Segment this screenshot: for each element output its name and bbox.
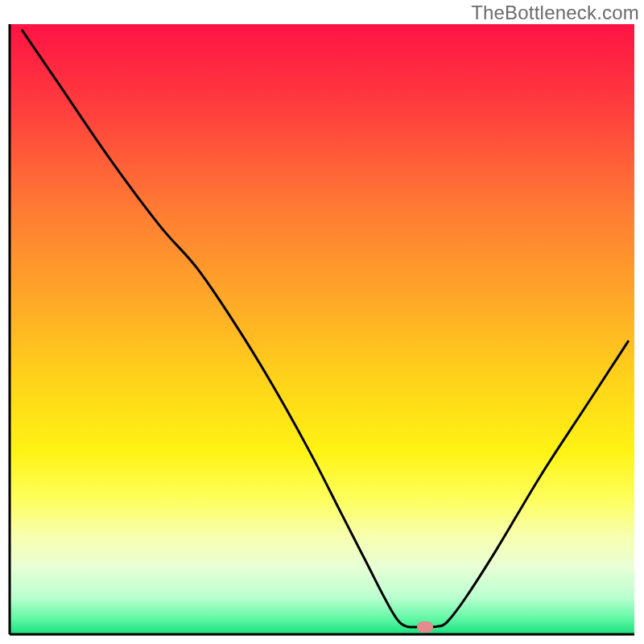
plot-area <box>10 24 634 634</box>
chart-svg <box>0 0 644 644</box>
gradient-background <box>10 24 634 634</box>
optimal-marker <box>417 621 433 633</box>
bottleneck-chart: TheBottleneck.com <box>0 0 644 644</box>
watermark-text: TheBottleneck.com <box>471 2 639 24</box>
